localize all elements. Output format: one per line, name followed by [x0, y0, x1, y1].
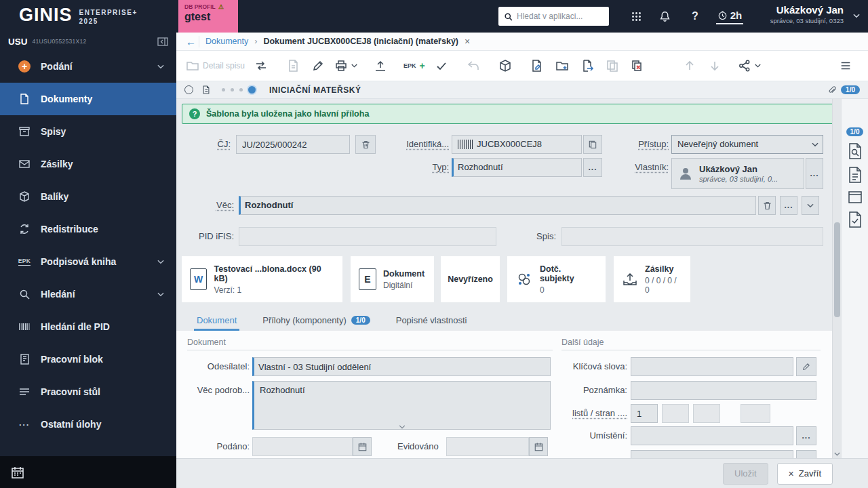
odesilatel-input[interactable]	[252, 357, 551, 376]
vlastnik-picker-button[interactable]: ...	[806, 158, 823, 189]
edit-pen-button[interactable]	[307, 54, 330, 77]
status-document-icon[interactable]	[201, 85, 211, 95]
vec-expand-button[interactable]	[802, 196, 819, 215]
subjects-card[interactable]: Dotč. subjekty 0	[507, 256, 606, 302]
ellipsis-icon: ···	[18, 420, 31, 430]
typ-label: Typ:	[400, 158, 449, 177]
timer-button[interactable]: 2h	[711, 0, 749, 33]
tab-dokument[interactable]: Dokument	[194, 311, 239, 331]
tab-popisne-vlastnosti[interactable]: Popisné vlastnosti	[393, 311, 470, 331]
app-grid-button[interactable]	[624, 0, 648, 33]
epk-add-button[interactable]: EPK+	[401, 54, 428, 77]
close-button[interactable]: × Zavřít	[777, 463, 833, 485]
vec-picker-button[interactable]: ...	[780, 196, 797, 215]
pristup-select[interactable]: Neveřejný dokument	[671, 135, 823, 154]
sidebar-item-hledani[interactable]: Hledání	[0, 278, 176, 310]
attachment-preview-icon[interactable]	[847, 142, 863, 160]
logo-edition: ENTERPRISE+ 2025	[79, 5, 138, 26]
help-button[interactable]: ?	[684, 0, 707, 33]
note-icon[interactable]	[847, 190, 863, 205]
sidebar-item-spisy[interactable]: Spisy	[0, 115, 176, 148]
typ-picker-button[interactable]: ...	[583, 158, 602, 177]
calendar-icon[interactable]	[11, 466, 24, 479]
identifier-copy-button[interactable]	[583, 135, 602, 154]
podano-label: Podáno:	[183, 437, 250, 456]
pid-ifis-input	[239, 227, 496, 246]
status-radio-icon[interactable]	[184, 85, 193, 94]
partial-next-input[interactable]	[631, 450, 793, 458]
notifications-bell-button[interactable]	[652, 0, 677, 33]
save-button: Uložit	[723, 463, 768, 485]
back-button[interactable]: ←	[183, 36, 199, 47]
podano-calendar-button[interactable]	[353, 437, 372, 456]
close-icon: ×	[789, 468, 794, 479]
poznamka-label: Poznámka:	[546, 381, 627, 400]
upload-button[interactable]	[369, 54, 392, 77]
plus-circle-icon: +	[18, 60, 31, 73]
share-button[interactable]	[735, 54, 764, 77]
cj-input[interactable]	[236, 135, 350, 154]
status-step-active[interactable]	[248, 86, 256, 94]
tab-panel-dokument: Dokument Další údaje Odesílatel: Věc pod…	[176, 331, 832, 458]
sidebar-item-ostatni-ulohy[interactable]: ··· Ostatní úlohy	[0, 408, 176, 441]
identifier-field[interactable]: JUCBX000CEJ8	[452, 135, 582, 154]
scrollbar-thumb[interactable]	[834, 222, 840, 317]
evidovano-calendar-button[interactable]	[529, 437, 548, 456]
document-detail-icon[interactable]	[847, 166, 863, 184]
folder-add-button[interactable]	[551, 54, 574, 77]
vec-podrobne-textarea[interactable]: Rozhodnutí	[252, 381, 551, 430]
sidebar-item-zasilky[interactable]: Zásilky	[0, 148, 176, 180]
tab-prilohy[interactable]: Přílohy (komponenty) 1/0	[260, 311, 372, 331]
cj-delete-button[interactable]	[355, 135, 376, 154]
copy-remove-button[interactable]	[626, 54, 649, 77]
sidebar-collapse-icon[interactable]	[157, 37, 168, 46]
sidebar-item-podani[interactable]: + Podání	[0, 50, 176, 83]
sidebar-item-baliky[interactable]: Balíky	[0, 180, 176, 213]
sidebar-item-pracovni-blok[interactable]: Pracovní blok	[0, 343, 176, 375]
sidebar-item-redistribuce[interactable]: Redistribuce	[0, 213, 176, 245]
vec-field[interactable]: Rozhodnutí	[239, 196, 756, 215]
sidebar-item-hledani-dle-pid[interactable]: Hledání dle PID	[0, 310, 176, 343]
document-check-icon[interactable]	[847, 211, 863, 228]
listu-input-1[interactable]	[631, 404, 658, 423]
vlastnik-card[interactable]: Ukázkový Jan správce, 03 studijní, 0...	[671, 158, 804, 189]
sidebar-item-dokumenty[interactable]: Dokumenty	[0, 83, 176, 115]
sidebar-item-pracovni-stul[interactable]: Pracovní stůl	[0, 375, 176, 408]
umisteni-input[interactable]	[631, 426, 793, 445]
vec-delete-button[interactable]	[758, 196, 776, 215]
package-button[interactable]	[494, 54, 517, 77]
vertical-scrollbar[interactable]	[832, 99, 841, 458]
print-button[interactable]	[332, 54, 360, 77]
main-area: ← Dokumenty › Dokument JUCBX000CEJ8 (ini…	[176, 33, 868, 488]
umisteni-picker-button[interactable]: ...	[796, 426, 816, 445]
sidebar-item-podpisova-kniha[interactable]: EPK Podpisová kniha	[0, 245, 176, 278]
zasilky-card[interactable]: Zásilky 0 / 0 / 0 / 0	[614, 256, 690, 302]
cj-label: ČJ:	[182, 135, 231, 154]
document-status-row: INICIAČNÍ MATEŘSKÝ 1/0	[176, 81, 868, 99]
toolbar-menu-button[interactable]	[834, 54, 857, 77]
close-tab-icon[interactable]: ×	[465, 36, 470, 47]
sidebar-footer	[0, 456, 176, 488]
resize-grip-icon[interactable]	[399, 425, 406, 429]
search-input[interactable]	[517, 12, 604, 21]
klicova-slova-edit-button[interactable]	[796, 357, 816, 376]
epk-icon: EPK	[18, 258, 31, 266]
db-profile-selector[interactable]: DB PROFIL ⚠ gtest	[178, 0, 238, 33]
partial-next-button[interactable]: ...	[796, 450, 816, 458]
document-form-card[interactable]: E Dokument Digitální	[351, 256, 434, 302]
db-profile-label: DB PROFIL ⚠	[184, 3, 232, 10]
typ-field[interactable]: Rozhodnutí	[452, 158, 582, 177]
breadcrumb-parent[interactable]: Dokumenty	[205, 37, 248, 46]
user-menu[interactable]: Ukázkový Jan správce, 03 studijní, 0323	[770, 4, 844, 24]
approve-check-button[interactable]	[430, 54, 453, 77]
poznamka-input[interactable]	[631, 381, 816, 400]
document-export-button[interactable]	[576, 54, 599, 77]
document-sign-button[interactable]	[526, 54, 549, 77]
attachments-count-badge[interactable]: 1/0	[841, 85, 860, 94]
resolution-state-card[interactable]: Nevyřízeno	[441, 256, 500, 302]
vlastnik-label: Vlastník:	[618, 158, 669, 177]
klicova-slova-input[interactable]	[631, 357, 793, 376]
main-attachment-card[interactable]: W Testovací ...blona.docx (90 kB) Verzí:…	[182, 256, 342, 302]
transfer-button[interactable]	[250, 54, 273, 77]
person-icon	[677, 165, 694, 182]
